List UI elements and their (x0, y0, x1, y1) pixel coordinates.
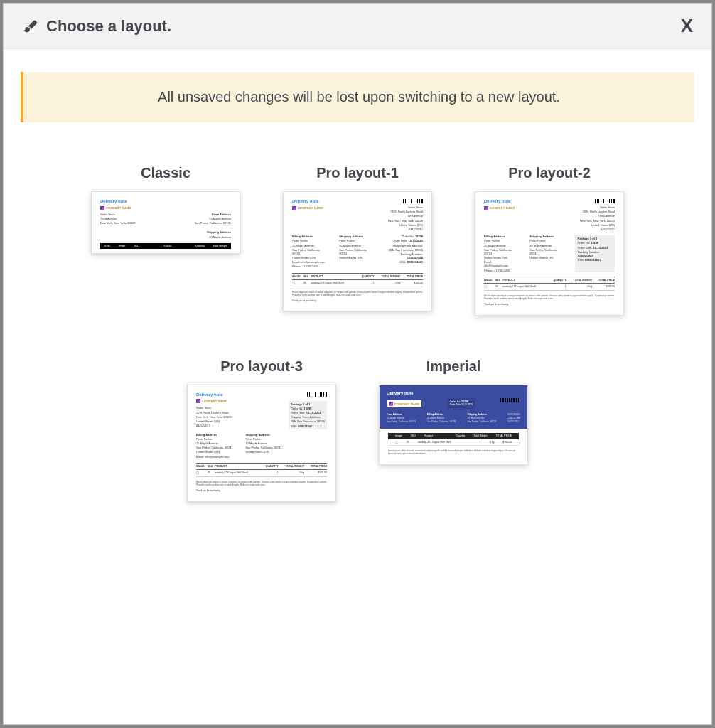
brush-icon (22, 18, 38, 34)
modal-header: Choose a layout. X (4, 4, 711, 49)
layout-option-imperial[interactable]: Imperial Delivery note COMPANY NAME Orde… (379, 358, 528, 502)
layout-option-classic[interactable]: Classic Delivery note COMPANY NAME Sales… (91, 165, 240, 316)
layouts-grid: Classic Delivery note COMPANY NAME Sales… (38, 165, 677, 502)
layout-label: Pro layout-1 (316, 165, 399, 181)
barcode-icon (595, 199, 615, 203)
warning-alert: All unsaved changes will be lost upon sw… (21, 72, 694, 122)
logo-icon (484, 206, 488, 210)
alert-text: All unsaved changes will be lost upon sw… (38, 89, 680, 105)
layout-thumbnail-pro2: Delivery note COMPANY NAME Sales Team 20… (475, 191, 624, 316)
modal-content: All unsaved changes will be lost upon sw… (4, 49, 711, 525)
layout-label: Pro layout-3 (220, 358, 303, 375)
layout-label: Pro layout-2 (508, 165, 591, 181)
modal-title: Choose a layout. (46, 17, 171, 36)
barcode-icon (307, 392, 327, 397)
layout-label: Imperial (426, 358, 481, 375)
logo-icon (292, 206, 296, 210)
barcode-icon (403, 199, 423, 203)
layout-option-pro1[interactable]: Pro layout-1 Delivery note COMPANY NAME … (283, 165, 432, 316)
logo-icon (196, 399, 200, 403)
close-button[interactable]: X (681, 15, 693, 37)
logo-icon (389, 402, 393, 406)
layout-chooser-modal: Choose a layout. X All unsaved changes w… (3, 3, 712, 725)
layout-label: Classic (141, 165, 190, 181)
layout-option-pro3[interactable]: Pro layout-3 Delivery note COMPANY NAME … (187, 358, 336, 502)
layout-thumbnail-imperial: Delivery note COMPANY NAME Order No: 182… (379, 385, 528, 466)
layout-option-pro2[interactable]: Pro layout-2 Delivery note COMPANY NAME … (475, 165, 624, 316)
title-wrap: Choose a layout. (22, 17, 171, 36)
layout-thumbnail-pro1: Delivery note COMPANY NAME Sales Team 20… (283, 191, 432, 311)
logo-icon (100, 206, 104, 210)
layout-thumbnail-classic: Delivery note COMPANY NAME Sales Team Th… (91, 191, 240, 254)
layout-thumbnail-pro3: Delivery note COMPANY NAME Sales Team 20… (187, 385, 336, 502)
barcode-icon (500, 398, 520, 402)
